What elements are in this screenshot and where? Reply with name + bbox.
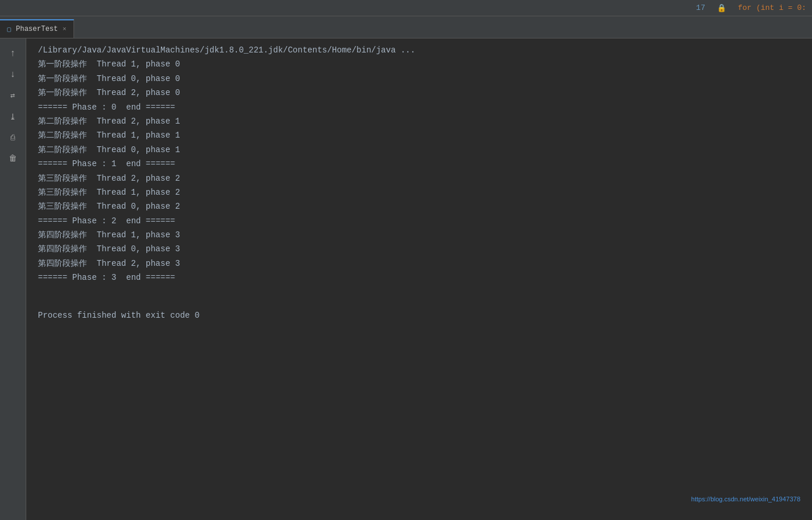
terminal-line — [26, 297, 812, 308]
scroll-up-button[interactable]: ↑ — [4, 44, 22, 63]
terminal-line: 第一阶段操作 Thread 2, phase 0 — [26, 86, 812, 100]
code-preview: for (int i = 0: — [738, 3, 806, 12]
terminal-line: 第一阶段操作 Thread 0, phase 0 — [26, 72, 812, 86]
tab-title: PhaserTest — [16, 25, 58, 33]
terminal-line: 第二阶段操作 Thread 1, phase 1 — [26, 128, 812, 142]
tab-phaser-test[interactable]: ▢ PhaserTest × — [0, 19, 74, 38]
scroll-down-button[interactable]: ↓ — [4, 65, 22, 84]
terminal-line — [26, 285, 812, 297]
terminal-line: ====== Phase : 2 end ====== — [26, 214, 812, 228]
clear-button[interactable]: 🗑 — [4, 149, 22, 168]
terminal-line: 第三阶段操作 Thread 0, phase 2 — [26, 199, 812, 213]
terminal-line: 第一阶段操作 Thread 1, phase 0 — [26, 57, 812, 71]
download-button[interactable]: ⤓ — [4, 107, 22, 126]
terminal-line: 第三阶段操作 Thread 2, phase 2 — [26, 171, 812, 185]
terminal-line: 第三阶段操作 Thread 1, phase 2 — [26, 185, 812, 199]
terminal-line: /Library/Java/JavaVirtualMachines/jdk1.8… — [26, 43, 812, 57]
line-number: 17 — [696, 3, 705, 12]
terminal-line: 第四阶段操作 Thread 1, phase 3 — [26, 228, 812, 242]
terminal-line: ====== Phase : 3 end ====== — [26, 270, 812, 284]
terminal-output: /Library/Java/JavaVirtualMachines/jdk1.8… — [26, 38, 812, 520]
terminal-line: ====== Phase : 0 end ====== — [26, 100, 812, 114]
terminal-line: 第四阶段操作 Thread 0, phase 3 — [26, 242, 812, 256]
terminal-line: Process finished with exit code 0 — [26, 308, 812, 322]
wrap-button[interactable]: ⇄ — [4, 86, 22, 105]
terminal-line: 第二阶段操作 Thread 2, phase 1 — [26, 114, 812, 128]
watermark: https://blog.csdn.net/weixin_41947378 — [691, 496, 800, 503]
main-area: ↑ ↓ ⇄ ⤓ ⎙ 🗑 /Library/Java/JavaVirtualMac… — [0, 38, 812, 520]
tab-bar: ▢ PhaserTest × — [0, 16, 812, 38]
lock-icon: 🔒 — [717, 3, 726, 13]
terminal-line: 第二阶段操作 Thread 0, phase 1 — [26, 143, 812, 157]
tab-file-icon: ▢ — [7, 25, 11, 34]
print-button[interactable]: ⎙ — [4, 128, 22, 147]
sidebar: ↑ ↓ ⇄ ⤓ ⎙ 🗑 — [0, 38, 26, 520]
tab-close-button[interactable]: × — [62, 26, 66, 33]
terminal-line: 第四阶段操作 Thread 2, phase 3 — [26, 257, 812, 270]
top-bar: 17 🔒 for (int i = 0: — [0, 0, 812, 16]
terminal-line: ====== Phase : 1 end ====== — [26, 157, 812, 171]
